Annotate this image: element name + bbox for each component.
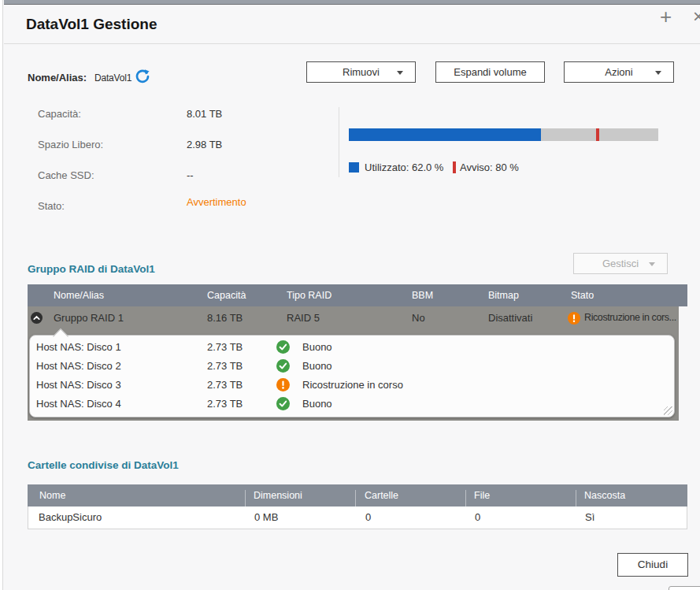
- espandi-volume-button[interactable]: Espandi volume: [435, 61, 545, 83]
- capacity-value: 8.01 TB: [187, 108, 222, 120]
- col-dimensioni[interactable]: Dimensioni: [254, 490, 302, 501]
- rename-refresh-icon[interactable]: [135, 69, 150, 87]
- folders-section-title: Cartelle condivise di DataVol1: [28, 459, 179, 471]
- chiudi-button[interactable]: Chiudi: [617, 553, 688, 577]
- usage-progress-fill: [349, 128, 541, 141]
- window-maximize-icon[interactable]: +: [660, 5, 672, 29]
- folder-size: 0 MB: [254, 511, 278, 523]
- window-close-icon[interactable]: ×: [693, 6, 700, 28]
- gestisci-button[interactable]: Gestisci: [573, 253, 668, 274]
- folder-name: BackupSicuro: [39, 511, 102, 523]
- disk-row[interactable]: Host NAS: Disco 4 2.73 TB Buono: [30, 395, 674, 414]
- header-divider: [4, 43, 700, 44]
- free-space-value: 2.98 TB: [187, 139, 222, 150]
- legend-warning-label: Avviso: 80 %: [460, 161, 519, 173]
- folder-folders: 0: [365, 511, 371, 523]
- rimuovi-button-label: Rimuovi: [343, 66, 380, 78]
- col-stato[interactable]: Stato: [571, 290, 594, 301]
- usage-warning-marker: [596, 128, 599, 141]
- folder-row[interactable]: BackupSicuro 0 MB 0 0 Sì: [28, 507, 687, 529]
- group-bitmap: Disattivati: [488, 312, 532, 324]
- group-status: Ricostruzione in cors...: [584, 312, 676, 323]
- folder-hidden: Sì: [585, 511, 594, 523]
- volume-name-label: Nome/Alias:: [28, 72, 87, 83]
- disk-capacity: 2.73 TB: [207, 395, 243, 414]
- col-capacita[interactable]: Capacità: [207, 290, 246, 301]
- legend-used-swatch: [349, 162, 359, 173]
- raid-group-row[interactable]: Gruppo RAID 1 8.16 TB RAID 5 No Disattiv…: [28, 306, 679, 328]
- ssd-cache-value: --: [187, 169, 194, 181]
- capacity-label: Capacità:: [38, 108, 81, 120]
- status-good-icon: [276, 397, 290, 417]
- collapse-chevron-icon[interactable]: [31, 312, 43, 326]
- raid-table-header: Nome/Alias Capacità Tipo RAID BBM Bitmap…: [28, 284, 687, 306]
- warning-icon: [568, 312, 580, 327]
- vertical-divider: [339, 107, 339, 177]
- group-capacity: 8.16 TB: [207, 312, 243, 324]
- col-file[interactable]: File: [474, 490, 490, 501]
- group-bbm: No: [412, 312, 425, 324]
- disk-name: Host NAS: Disco 4: [36, 395, 121, 414]
- folders-table-header: Nome Dimensioni Cartelle File Nascosta: [28, 484, 687, 507]
- col-bbm[interactable]: BBM: [412, 290, 433, 301]
- chiudi-button-label: Chiudi: [638, 558, 668, 570]
- disk-status: Buono: [302, 357, 332, 376]
- page-title: DataVol1 Gestione: [26, 16, 157, 33]
- raid-section-title: Gruppo RAID di DataVol1: [28, 263, 155, 275]
- col-nome[interactable]: Nome: [39, 490, 65, 501]
- chevron-down-icon: [655, 71, 661, 75]
- legend-warning-swatch: [453, 161, 456, 173]
- ssd-cache-label: Cache SSD:: [38, 169, 94, 181]
- group-raid-type: RAID 5: [287, 312, 320, 324]
- col-bitmap[interactable]: Bitmap: [488, 290, 519, 301]
- disk-name: Host NAS: Disco 1: [36, 338, 121, 357]
- disk-capacity: 2.73 TB: [207, 376, 243, 395]
- chevron-down-icon: [649, 262, 655, 266]
- disk-list-panel: Host NAS: Disco 1 2.73 TB Buono Host NAS…: [29, 335, 675, 417]
- dialog-left-edge: [0, 0, 3, 590]
- disk-name: Host NAS: Disco 2: [36, 357, 121, 376]
- col-nascosta[interactable]: Nascosta: [584, 490, 625, 501]
- rimuovi-button[interactable]: Rimuovi: [306, 61, 416, 83]
- disk-row[interactable]: Host NAS: Disco 3 2.73 TB Ricostruzione …: [30, 376, 674, 395]
- volume-name-value: DataVol1: [94, 72, 131, 83]
- col-cartelle[interactable]: Cartelle: [365, 490, 398, 501]
- disk-capacity: 2.73 TB: [207, 338, 243, 357]
- status-value: Avvertimento: [187, 196, 246, 208]
- partial-tooltip-box: [669, 586, 700, 590]
- disk-row[interactable]: Host NAS: Disco 2 2.73 TB Buono: [30, 357, 674, 376]
- disk-status: Buono: [302, 395, 332, 414]
- gestisci-button-label: Gestisci: [602, 258, 639, 269]
- disk-status: Buono: [302, 338, 332, 357]
- col-nome-alias[interactable]: Nome/Alias: [54, 290, 104, 301]
- col-tipo-raid[interactable]: Tipo RAID: [287, 290, 331, 301]
- folder-files: 0: [475, 511, 480, 523]
- chevron-down-icon: [397, 71, 403, 75]
- espandi-button-label: Espandi volume: [454, 66, 527, 78]
- legend-used-label: Utilizzato: 62.0 %: [365, 161, 443, 173]
- free-space-label: Spazio Libero:: [38, 139, 103, 150]
- disk-capacity: 2.73 TB: [207, 357, 243, 376]
- group-name: Gruppo RAID 1: [54, 312, 124, 324]
- disk-row[interactable]: Host NAS: Disco 1 2.73 TB Buono: [30, 338, 674, 357]
- usage-progress-bar: [349, 128, 658, 141]
- azioni-button-label: Azioni: [605, 66, 632, 78]
- disk-status: Ricostruzione in corso: [302, 376, 403, 395]
- window-top-bar: [4, 0, 700, 5]
- azioni-button[interactable]: Azioni: [564, 61, 674, 83]
- status-label: Stato:: [38, 200, 65, 212]
- resize-grip[interactable]: [664, 406, 672, 415]
- disk-name: Host NAS: Disco 3: [36, 376, 121, 395]
